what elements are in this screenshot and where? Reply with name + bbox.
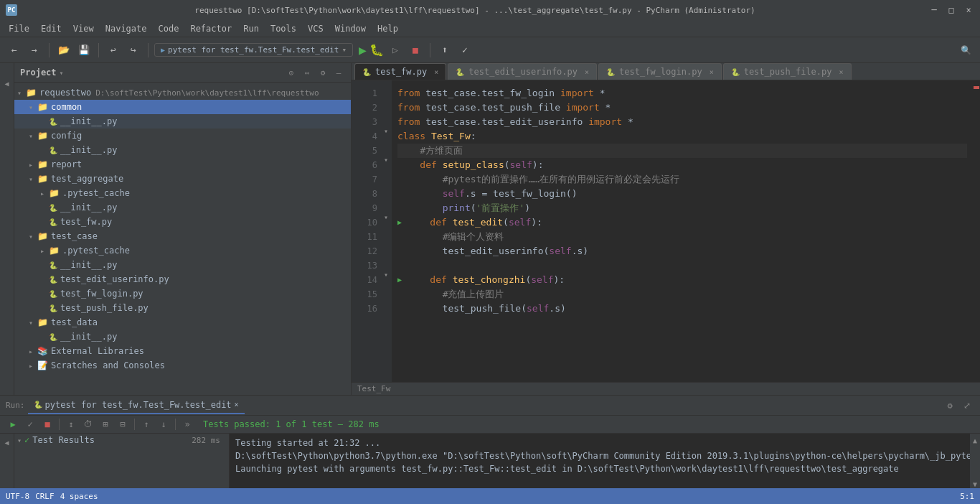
- config-arrow[interactable]: [29, 132, 37, 140]
- tree-item-config-init[interactable]: 🐍 __init__.py: [14, 143, 351, 157]
- menu-view[interactable]: View: [67, 22, 100, 35]
- left-edge-btn-1[interactable]: ◀: [1, 78, 13, 89]
- more-options-button[interactable]: »: [180, 417, 194, 431]
- tree-item-test-fw-login[interactable]: 🐍 test_fw_login.py: [14, 286, 351, 301]
- run-gutter-10[interactable]: ▶: [397, 215, 406, 230]
- tree-item-pytest-cache-1[interactable]: 📁 .pytest_cache: [14, 186, 351, 200]
- scroll-up-button[interactable]: ↑: [139, 417, 154, 431]
- common-arrow[interactable]: [29, 103, 37, 111]
- test-results-root[interactable]: ▾ ✓ Test Results 282 ms: [14, 434, 229, 447]
- run-passed-button[interactable]: ✓: [23, 417, 37, 431]
- maximize-button[interactable]: □: [946, 4, 957, 16]
- tree-item-common-init[interactable]: 🐍 __init__.py: [14, 114, 351, 129]
- root-arrow[interactable]: [17, 89, 26, 97]
- scroll-down-icon[interactable]: ▼: [973, 480, 977, 488]
- stop-run-button[interactable]: ■: [40, 417, 55, 431]
- tree-item-test-push-file[interactable]: 🐍 test_push_file.py: [14, 301, 351, 315]
- menu-file[interactable]: File: [3, 22, 35, 35]
- debug-button[interactable]: 🐛: [369, 43, 384, 57]
- menu-tools[interactable]: Tools: [265, 22, 302, 35]
- tree-item-test-aggregate-init[interactable]: 🐍 __init__.py: [14, 200, 351, 215]
- fold-marker-4[interactable]: ▾: [384, 127, 388, 135]
- tree-item-external-libraries[interactable]: 📚 External Libraries: [14, 344, 351, 358]
- tab-test-fw-login[interactable]: 🐍 test_fw_login.py ×: [598, 63, 722, 80]
- tree-item-test-aggregate[interactable]: 📁 test_aggregate: [14, 172, 351, 186]
- sidebar-expand-button[interactable]: ⇔: [301, 66, 314, 79]
- tree-root-item[interactable]: 📁 requesttwo D:\softTest\Python\work\day…: [14, 85, 351, 100]
- bottom-tab-run[interactable]: 🐍 pytest for test_fw.Test_Fw.test_edit ×: [28, 397, 245, 414]
- tree-item-scratches[interactable]: 📝 Scratches and Consoles: [14, 358, 351, 373]
- tab-test-edit-userinfo[interactable]: 🐍 test_edit_userinfo.py ×: [448, 63, 597, 80]
- menu-edit[interactable]: Edit: [35, 22, 67, 35]
- tab-test-push-file[interactable]: 🐍 test_push_file.py ×: [723, 63, 852, 80]
- sort-alpha-button[interactable]: ↕: [64, 417, 78, 431]
- leaf-arrow[interactable]: [40, 190, 49, 197]
- bottom-expand-button[interactable]: ⤢: [960, 398, 974, 413]
- leaf-arrow[interactable]: [40, 247, 49, 255]
- vcs-update-button[interactable]: ⬆: [436, 42, 453, 59]
- scroll-up-icon[interactable]: ▲: [973, 437, 977, 444]
- run-gutter-14[interactable]: ▶: [397, 273, 406, 287]
- expand-all-button[interactable]: ⊞: [98, 417, 113, 431]
- tab-test-fw-close[interactable]: ×: [434, 68, 438, 76]
- sidebar-settings-button[interactable]: ⚙: [316, 66, 329, 79]
- toolbar-forward-button[interactable]: →: [26, 42, 43, 59]
- tab-edit-close[interactable]: ×: [585, 68, 589, 76]
- bottom-tab-close[interactable]: ×: [235, 401, 239, 409]
- toolbar-back-button[interactable]: ←: [6, 42, 23, 59]
- tree-item-test-edit-userinfo[interactable]: 🐍 test_edit_userinfo.py: [14, 272, 351, 286]
- scroll-down-button[interactable]: ↓: [156, 417, 171, 431]
- status-indent[interactable]: 4 spaces: [60, 492, 98, 501]
- sidebar-locate-button[interactable]: ⊙: [285, 66, 298, 79]
- vcs-commit-button[interactable]: ✓: [456, 42, 473, 59]
- toolbar-redo-button[interactable]: ↪: [125, 42, 142, 59]
- report-arrow[interactable]: [29, 161, 37, 169]
- tree-item-config[interactable]: 📁 config: [14, 129, 351, 143]
- status-line-col[interactable]: 5:1: [960, 492, 974, 501]
- collapse-all-button[interactable]: ⊟: [116, 417, 130, 431]
- tree-item-test-fw[interactable]: 🐍 test_fw.py: [14, 215, 351, 229]
- search-everywhere-button[interactable]: 🔍: [957, 42, 974, 59]
- run-configuration-selector[interactable]: ▶ pytest for test_fw.Test_Fw.test_edit ▾: [154, 43, 353, 57]
- code-content[interactable]: from test_case.test_fw_login import * fr…: [392, 80, 973, 382]
- menu-refactor[interactable]: Refactor: [184, 22, 237, 35]
- menu-window[interactable]: Window: [329, 22, 372, 35]
- tab-test-fw[interactable]: 🐍 test_fw.py ×: [354, 63, 446, 80]
- toolbar-save-button[interactable]: 💾: [75, 42, 93, 59]
- run-with-coverage-button[interactable]: ▷: [387, 42, 404, 59]
- test-aggregate-arrow[interactable]: [29, 175, 37, 183]
- close-button[interactable]: ×: [963, 4, 974, 16]
- tree-item-test-case-init[interactable]: 🐍 __init__.py: [14, 258, 351, 272]
- tree-item-report[interactable]: 📁 report: [14, 157, 351, 172]
- tree-item-pytest-cache-2[interactable]: 📁 .pytest_cache: [14, 243, 351, 258]
- bottom-settings-button[interactable]: ⚙: [943, 398, 957, 413]
- tree-item-common[interactable]: 📁 common: [14, 100, 351, 114]
- menu-code[interactable]: Code: [153, 22, 185, 35]
- toolbar-undo-button[interactable]: ↩: [105, 42, 122, 59]
- toolbar-open-button[interactable]: 📂: [55, 42, 72, 59]
- stop-button[interactable]: ■: [407, 42, 424, 59]
- menu-navigate[interactable]: Navigate: [100, 22, 153, 35]
- menu-help[interactable]: Help: [372, 22, 404, 35]
- menu-vcs[interactable]: VCS: [302, 22, 329, 35]
- bottom-edge-btn[interactable]: ◀: [1, 437, 13, 448]
- test-case-arrow[interactable]: [29, 233, 37, 241]
- sidebar-dropdown-icon[interactable]: ▾: [60, 69, 64, 77]
- fold-marker-10[interactable]: ▾: [384, 213, 388, 221]
- scratches-arrow[interactable]: [29, 362, 37, 370]
- ext-lib-arrow[interactable]: [29, 347, 37, 355]
- tree-item-test-data-init[interactable]: 🐍 __init__.py: [14, 330, 351, 344]
- menu-run[interactable]: Run: [237, 22, 265, 35]
- tab-push-close[interactable]: ×: [839, 68, 843, 76]
- tree-item-test-data[interactable]: 📁 test_data: [14, 315, 351, 330]
- status-encoding[interactable]: UTF-8: [6, 492, 29, 501]
- fold-marker-14[interactable]: ▾: [384, 271, 388, 279]
- minimize-button[interactable]: ─: [928, 4, 940, 16]
- sort-duration-button[interactable]: ⏱: [81, 417, 95, 431]
- tab-login-close[interactable]: ×: [710, 68, 714, 76]
- status-line-sep[interactable]: CRLF: [35, 492, 55, 501]
- test-root-arrow[interactable]: ▾: [17, 437, 22, 444]
- rerun-button[interactable]: ▶: [6, 417, 20, 431]
- tree-item-test-case[interactable]: 📁 test_case: [14, 229, 351, 243]
- run-button[interactable]: ▶: [359, 42, 367, 57]
